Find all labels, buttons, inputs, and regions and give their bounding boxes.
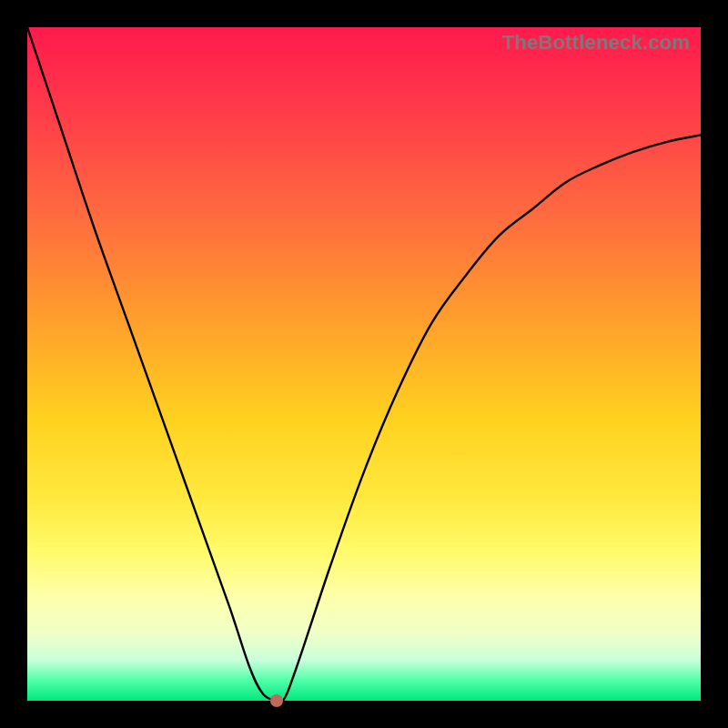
chart-frame: TheBottleneck.com [0, 0, 728, 728]
bottleneck-curve [27, 27, 701, 703]
curve-svg [27, 27, 701, 701]
optimal-point-marker [270, 694, 283, 707]
plot-area: TheBottleneck.com [27, 27, 701, 701]
